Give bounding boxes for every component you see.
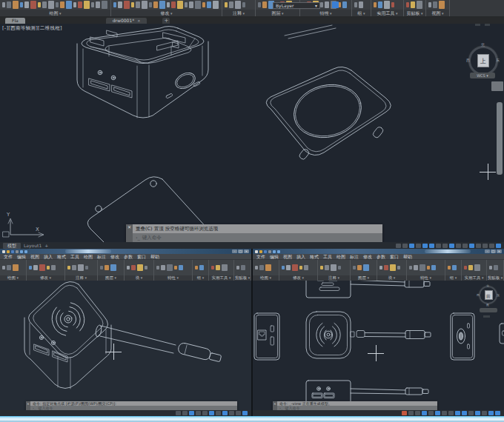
- drawing-canvas-top[interactable]: Y X [-][西南等轴测][二维线框] 北 南 西 东 上 WCS ▾: [0, 24, 504, 242]
- status-toggle-icon[interactable]: [468, 411, 474, 415]
- ribbon-icon[interactable]: [342, 1, 347, 8]
- status-toggle-icon[interactable]: [428, 411, 434, 415]
- ribbon-icon[interactable]: [241, 265, 245, 270]
- title-bar[interactable]: –□✕: [0, 249, 251, 254]
- compass-south-label[interactable]: 南: [486, 303, 489, 307]
- ribbon-icon[interactable]: [42, 1, 47, 8]
- menu-item[interactable]: 插入: [296, 254, 305, 259]
- ribbon-icon[interactable]: [47, 266, 50, 269]
- scrollbar[interactable]: [497, 102, 503, 175]
- viewcube-home-icon[interactable]: [475, 24, 480, 26]
- ribbon-icon[interactable]: [85, 266, 88, 269]
- ribbon-panel-label[interactable]: 注释: [222, 10, 255, 16]
- status-toggle-icon[interactable]: [448, 411, 454, 415]
- close-icon[interactable]: ✕: [273, 402, 276, 406]
- ribbon-icon[interactable]: [353, 266, 356, 269]
- status-toggle-icon[interactable]: [408, 411, 414, 415]
- ribbon-icon[interactable]: [185, 2, 188, 7]
- ribbon-icon[interactable]: [96, 1, 100, 8]
- ribbon-icon[interactable]: [84, 1, 90, 9]
- ribbon-panel-label[interactable]: 剪贴板: [234, 275, 251, 281]
- status-toggle-icon[interactable]: [202, 411, 208, 415]
- ribbon-icon[interactable]: [390, 264, 396, 271]
- status-toggle-icon[interactable]: [482, 411, 487, 415]
- layer-color-dropdown[interactable]: ByLayer ▾: [273, 2, 320, 9]
- command-window-handle[interactable]: ✕: [126, 224, 133, 242]
- plot-icon[interactable]: [16, 250, 19, 253]
- close-icon[interactable]: ✕: [27, 402, 29, 406]
- ribbon-icon[interactable]: [213, 1, 219, 9]
- viewcube[interactable]: 北 南 西 东 上: [465, 41, 501, 77]
- ribbon-icon[interactable]: [258, 2, 261, 7]
- ribbon-icon[interactable]: [20, 2, 23, 7]
- ribbon-panel-label[interactable]: 绘图: [0, 275, 26, 281]
- ribbon-icon[interactable]: [189, 1, 193, 8]
- redo-icon[interactable]: [277, 250, 280, 253]
- file-tab-current[interactable]: drw0001* ✕: [106, 18, 147, 24]
- ribbon-icon[interactable]: [409, 266, 412, 269]
- ribbon-icon[interactable]: [304, 265, 308, 270]
- redo-icon[interactable]: [24, 250, 27, 253]
- ribbon-icon[interactable]: [428, 2, 431, 7]
- ribbon-panel-label[interactable]: 块: [125, 275, 153, 281]
- ribbon-icon[interactable]: [67, 266, 70, 269]
- ribbon-icon[interactable]: [72, 265, 76, 270]
- ribbon-icon[interactable]: [359, 1, 363, 8]
- status-toggle-icon[interactable]: [442, 411, 447, 415]
- window-button[interactable]: ✕: [497, 249, 502, 253]
- viewport-controls-label[interactable]: [-][西南等轴测][二维线框]: [2, 25, 62, 32]
- status-toggle-icon[interactable]: [429, 244, 434, 248]
- ribbon-icon[interactable]: [78, 1, 82, 8]
- ribbon-icon[interactable]: [38, 2, 41, 7]
- ribbon-icon[interactable]: [427, 266, 430, 269]
- ribbon-icon[interactable]: [7, 265, 11, 270]
- ribbon-icon[interactable]: [225, 2, 228, 7]
- ribbon-icon[interactable]: [156, 266, 159, 269]
- close-icon[interactable]: ✕: [127, 225, 131, 230]
- navigation-bar-button[interactable]: [483, 315, 490, 318]
- ribbon-icon[interactable]: [174, 266, 177, 269]
- menu-item[interactable]: 绘图: [336, 254, 345, 259]
- ribbon-icon[interactable]: [24, 1, 29, 8]
- compass-north-label[interactable]: 北: [481, 43, 485, 47]
- status-toggle-icon[interactable]: [216, 411, 221, 415]
- ribbon-icon[interactable]: [167, 264, 173, 271]
- ribbon-icon[interactable]: [2, 2, 5, 7]
- ribbon-panel-label[interactable]: 修改: [279, 275, 317, 281]
- menu-item[interactable]: 文件: [4, 254, 13, 259]
- menu-item[interactable]: 修改: [110, 254, 119, 259]
- ribbon-icon[interactable]: [235, 1, 241, 9]
- ribbon-icon[interactable]: [110, 264, 116, 271]
- ribbon-icon[interactable]: [242, 2, 245, 7]
- ribbon-icon[interactable]: [56, 2, 59, 7]
- drawing-canvas-right[interactable]: 北 南 西 东 前: [253, 281, 504, 410]
- ribbon-icon[interactable]: [489, 266, 492, 269]
- status-toggle-icon[interactable]: [242, 411, 248, 415]
- ribbon-icon[interactable]: [468, 265, 473, 270]
- status-toggle-icon[interactable]: [462, 244, 468, 248]
- ribbon-icon[interactable]: [411, 1, 415, 8]
- add-layout-button[interactable]: +: [44, 243, 48, 249]
- status-toggle-icon[interactable]: [209, 411, 214, 415]
- viewcube-menu-icon[interactable]: [485, 24, 490, 26]
- status-toggle-icon[interactable]: [396, 244, 401, 248]
- ribbon-icon[interactable]: [331, 264, 336, 271]
- navigation-bar-button[interactable]: [491, 81, 503, 91]
- compass-east-label[interactable]: 东: [496, 58, 500, 62]
- ribbon-panel-label[interactable]: 实用工具: [371, 10, 403, 16]
- status-toggle-icon[interactable]: [189, 411, 194, 415]
- status-toggle-icon[interactable]: [496, 244, 501, 248]
- ribbon-icon[interactable]: [136, 1, 140, 8]
- menu-item[interactable]: 参数: [124, 254, 133, 259]
- ribbon-icon[interactable]: [161, 265, 165, 270]
- menu-item[interactable]: 视图: [30, 254, 39, 259]
- ribbon-icon[interactable]: [406, 2, 409, 7]
- ribbon-panel-label[interactable]: 注释: [65, 275, 97, 281]
- ribbon-icon[interactable]: [494, 265, 498, 270]
- drawing-canvas-left[interactable]: [0, 281, 251, 410]
- command-window[interactable]: ✕ 重叠(C) 置顶 按空格键可循环浏览选项 ›_ 键入命令: [126, 224, 382, 242]
- new-file-icon[interactable]: [2, 250, 5, 253]
- ribbon-icon[interactable]: [159, 1, 165, 9]
- open-file-icon[interactable]: [7, 250, 10, 253]
- ribbon-icon[interactable]: [282, 266, 285, 269]
